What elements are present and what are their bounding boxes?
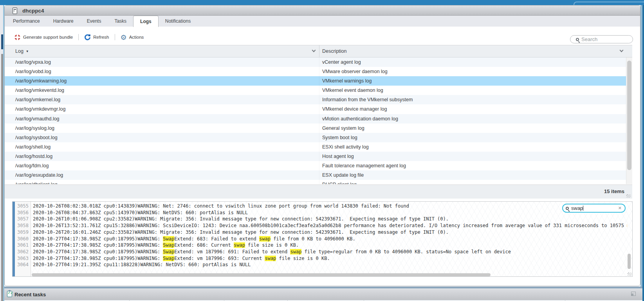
recent-tasks-table-header-sliver xyxy=(4,299,642,301)
log-line: 2020-10-26T10:01:06.908Z cpu2:33582)WARN… xyxy=(33,216,627,222)
tab-tasks[interactable]: Tasks xyxy=(108,16,133,27)
column-menu-log-icon[interactable] xyxy=(312,49,316,52)
table-row[interactable]: /var/log/fdm.logFault tolerance manageme… xyxy=(5,161,626,170)
table-row[interactable]: /var/log/syslog.logGeneral system log xyxy=(5,124,626,133)
log-description-cell: Host agent log xyxy=(322,152,354,161)
log-path-cell: /var/log/vmkeventd.log xyxy=(15,86,64,95)
tab-events[interactable]: Events xyxy=(80,16,108,27)
table-row[interactable]: /var/log/vmkdevmgr.logVMkernel device ma… xyxy=(5,104,626,114)
table-body: /var/log/vpxa.logvCenter agent log/var/l… xyxy=(5,57,626,184)
column-separator xyxy=(319,45,319,57)
column-header-log[interactable]: Log▼ xyxy=(15,45,29,58)
log-description-cell: System boot log xyxy=(322,133,357,142)
log-description-cell: VMkernel event daemon log xyxy=(322,86,383,95)
log-path-cell: /var/log/esxupdate.log xyxy=(15,170,63,180)
generate-support-bundle-button[interactable]: Generate support bundle xyxy=(23,35,73,39)
toolbar-separator xyxy=(78,34,79,40)
recent-tasks-title: Recent tasks xyxy=(14,292,46,297)
log-path-cell: /var/log/vmkwarning.log xyxy=(15,76,67,86)
toolbar-separator xyxy=(115,34,115,40)
table-row[interactable]: /var/log/vmauthd.logvMotion authenticati… xyxy=(5,114,626,124)
log-description-cell: General system log xyxy=(322,124,364,133)
log-vertical-scrollbar-thumb[interactable] xyxy=(628,254,631,269)
text-caret xyxy=(583,206,583,211)
log-search-value: swap xyxy=(571,205,583,211)
log-path-cell: /var/log/vmkdevmgr.log xyxy=(15,104,66,114)
table-row[interactable]: /var/log/vmkwarning.logVMkernel warnings… xyxy=(5,76,626,86)
sort-desc-icon: ▼ xyxy=(26,50,29,53)
log-path-cell: /var/log/vmauthd.log xyxy=(15,114,60,124)
search-icon xyxy=(576,38,579,41)
log-line: 2020-10-26T08:04:37.863Z cpu5:143970)WAR… xyxy=(33,210,627,216)
host-details-panel: dhcppc4 PerformanceHardwareEventsTasksLo… xyxy=(4,5,640,286)
log-horizontal-scrollbar-thumb[interactable] xyxy=(32,273,491,276)
log-description-cell: ESXi shell activity log xyxy=(322,142,369,152)
table-row[interactable]: /var/log/hostd.logHost agent log xyxy=(5,152,626,161)
log-path-cell: /var/log/vobd.log xyxy=(15,67,51,76)
log-path-cell: /var/log/vpxa.log xyxy=(15,57,51,67)
table-row[interactable]: /var/log/vmkernel.logInformation from th… xyxy=(5,95,626,104)
table-header: Log▼ Description xyxy=(5,45,632,57)
tab-notifications[interactable]: Notifications xyxy=(159,16,197,27)
support-bundle-icon xyxy=(14,34,21,41)
log-line: 2020-10-27T04:19:21.395Z cpu11:188228)WA… xyxy=(33,262,627,268)
items-count: 15 items xyxy=(604,188,624,194)
log-description-cell: Information from the VMkernel subsystem xyxy=(322,95,413,104)
log-content[interactable]: 2020-10-26T08:02:38.018Z cpu0:143839)WAR… xyxy=(33,203,627,269)
table-row[interactable]: /var/log/esxupdate.logESX update log fil… xyxy=(5,170,626,180)
log-path-cell: /var/log/fdm.log xyxy=(15,161,49,170)
log-viewer: 3055305630573058305930603061306230633064… xyxy=(12,201,633,277)
actions-gear-icon: ⚙ xyxy=(121,34,127,41)
table-footer: 15 items xyxy=(5,185,632,199)
panel-title: dhcppc4 xyxy=(22,8,44,14)
log-line: 2020-10-26T13:52:31.761Z cpu15:32886)WAR… xyxy=(33,222,627,229)
log-path-cell: /var/log/sysboot.log xyxy=(15,133,58,142)
log-path-cell: /var/log/hostd.log xyxy=(15,152,52,161)
log-description-cell: VMware observer daemon log xyxy=(322,67,388,76)
background-panel-corner xyxy=(574,2,644,5)
table-search-input[interactable]: Search xyxy=(570,35,633,43)
actions-button[interactable]: Actions xyxy=(129,35,144,39)
log-description-cell: VMkernel warnings log xyxy=(322,76,372,86)
log-line: 2020-10-27T04:17:38.985Z cpu0:187995)WAR… xyxy=(33,249,627,255)
tab-bar: PerformanceHardwareEventsTasksLogsNotifi… xyxy=(5,16,640,27)
tab-logs[interactable]: Logs xyxy=(133,16,159,27)
refresh-button[interactable]: Refresh xyxy=(93,35,109,39)
table-row[interactable]: /var/log/vmkeventd.logVMkernel event dae… xyxy=(5,86,626,95)
log-search-icon xyxy=(566,207,569,210)
column-header-description[interactable]: Description xyxy=(322,45,347,57)
tab-hardware[interactable]: Hardware xyxy=(47,16,80,27)
log-path-cell: /var/log/syslog.log xyxy=(15,124,54,133)
right-edge-strip xyxy=(642,5,644,301)
restore-panel-icon[interactable] xyxy=(631,292,636,296)
table-row[interactable]: /var/log/vobd.logVMware observer daemon … xyxy=(5,67,626,76)
tab-performance[interactable]: Performance xyxy=(6,16,47,27)
log-description-cell: VMkernel device manager log xyxy=(322,104,387,114)
log-search-input[interactable]: swap ✕ xyxy=(562,204,626,213)
table-scrollbar[interactable] xyxy=(626,57,632,184)
log-description-cell: Fault tolerance management agent log xyxy=(322,161,406,170)
recent-tasks-bar[interactable]: ✓✓ Recent tasks xyxy=(4,288,642,299)
search-placeholder: Search xyxy=(581,36,597,42)
table-row[interactable]: /var/log/sysboot.logSystem boot log xyxy=(5,133,626,142)
top-window-bar xyxy=(0,0,644,5)
log-description-cell: vCenter agent log xyxy=(322,57,361,67)
log-description-cell: DHCP client log xyxy=(322,180,357,184)
log-path-cell: /var/log/vmkernel.log xyxy=(15,95,60,104)
host-icon xyxy=(13,7,17,14)
table-resize-grip[interactable] xyxy=(626,194,631,198)
toolbar: Generate support bundle Refresh ⚙ Action… xyxy=(5,27,640,45)
column-menu-description-icon[interactable] xyxy=(620,49,623,52)
log-path-cell: /var/log/dhclient.log xyxy=(15,180,58,184)
table-scrollbar-thumb[interactable] xyxy=(627,61,631,170)
table-row[interactable]: /var/log/shell.logESXi shell activity lo… xyxy=(5,142,626,152)
recent-tasks-icon: ✓✓ xyxy=(7,291,12,297)
table-row[interactable]: /var/log/vpxa.logvCenter agent log xyxy=(5,57,626,67)
log-resize-grip[interactable] xyxy=(628,272,632,276)
log-search-clear-icon[interactable]: ✕ xyxy=(618,206,622,211)
log-line: 2020-10-27T04:17:38.985Z cpu0:187995)WAR… xyxy=(33,236,627,242)
refresh-icon xyxy=(84,34,91,41)
table-row[interactable]: /var/log/dhclient.logDHCP client log xyxy=(5,180,626,184)
log-path-cell: /var/log/shell.log xyxy=(15,142,51,152)
log-line: 2020-10-27T04:17:38.985Z cpu0:187995)WAR… xyxy=(33,255,627,262)
